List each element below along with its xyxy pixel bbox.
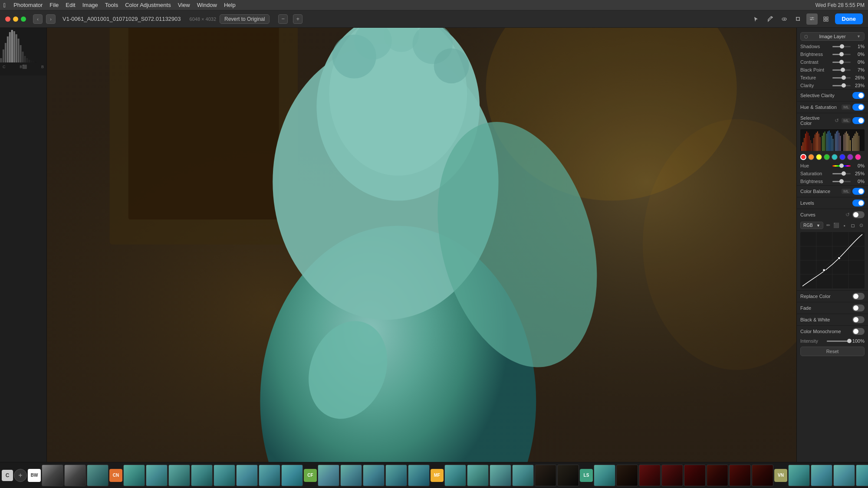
curves-eyedropper-black[interactable]: ⬛ — [833, 222, 840, 229]
image-area[interactable] — [47, 28, 796, 462]
curves-area[interactable] — [800, 232, 865, 288]
filmstrip-thumb-32[interactable] — [811, 465, 832, 486]
filmstrip-add-button[interactable]: + — [14, 469, 27, 482]
filmstrip-thumb-21[interactable] — [535, 465, 556, 486]
menu-help[interactable]: Help — [221, 2, 238, 8]
hue-saturation-toggle[interactable] — [852, 104, 865, 111]
filmstrip-mf-item[interactable]: MF — [431, 469, 444, 482]
color-monochrome-toggle[interactable] — [852, 328, 865, 335]
color-dot-cyan[interactable] — [832, 154, 838, 160]
fade-toggle[interactable] — [852, 305, 865, 311]
filmstrip-thumb-23[interactable] — [594, 465, 615, 486]
filmstrip-thumb-34[interactable] — [856, 465, 868, 486]
filmstrip-thumb-7[interactable] — [191, 465, 213, 486]
color-balance-toggle[interactable] — [852, 188, 865, 195]
menu-image[interactable]: Image — [80, 2, 101, 8]
filmstrip-ls-item[interactable]: LS — [580, 469, 593, 482]
menu-photomator[interactable]: Photomator — [11, 2, 45, 8]
filmstrip-thumb-29[interactable] — [729, 465, 751, 486]
color-dot-red[interactable] — [800, 154, 806, 160]
menu-edit[interactable]: Edit — [63, 2, 78, 8]
filmstrip-c-item[interactable]: C — [2, 470, 13, 481]
filmstrip-thumb-12[interactable] — [318, 465, 339, 486]
filmstrip-thumb-3[interactable] — [87, 465, 108, 486]
filmstrip-thumb-16[interactable] — [408, 465, 430, 486]
tool-pen[interactable] — [765, 13, 776, 25]
close-button[interactable] — [5, 16, 10, 22]
filmstrip-thumb-24[interactable] — [616, 465, 638, 486]
filmstrip-thumb-27[interactable] — [684, 465, 706, 486]
curves-eyedropper-white[interactable]: □ — [849, 222, 856, 229]
intensity-slider[interactable] — [827, 341, 851, 342]
filmstrip-thumb-4[interactable] — [123, 465, 145, 486]
selective-color-toggle[interactable] — [852, 117, 865, 124]
zoom-in-button[interactable]: + — [293, 14, 302, 24]
selcolor-brightness-track[interactable] — [832, 181, 851, 182]
filmstrip-thumb-10[interactable] — [259, 465, 280, 486]
filmstrip-cn-item[interactable]: CN — [109, 469, 122, 482]
reset-button[interactable]: Reset — [800, 347, 865, 356]
curves-reset-icon[interactable]: ↺ — [845, 212, 851, 218]
color-dot-magenta[interactable] — [855, 154, 861, 160]
curves-eyedropper-gray[interactable]: ▪ — [841, 222, 848, 229]
filmstrip-thumb-22[interactable] — [557, 465, 579, 486]
tool-eye[interactable] — [779, 13, 790, 25]
revert-button[interactable]: Revert to Original — [220, 14, 270, 24]
contrast-track[interactable] — [832, 62, 851, 63]
black-white-toggle[interactable] — [852, 316, 865, 323]
filmstrip-thumb-18[interactable] — [467, 465, 489, 486]
filmstrip-thumb-9[interactable] — [236, 465, 258, 486]
nav-forward-button[interactable]: › — [46, 14, 56, 24]
curves-channel-selector[interactable]: RGB ▼ — [800, 222, 823, 229]
zoom-out-button[interactable]: − — [278, 14, 288, 24]
menu-file[interactable]: File — [47, 2, 61, 8]
filmstrip-thumb-19[interactable] — [490, 465, 511, 486]
selective-clarity-toggle[interactable] — [852, 92, 865, 99]
selective-color-reset-icon[interactable]: ↺ — [834, 118, 840, 124]
filmstrip-thumb-33[interactable] — [833, 465, 855, 486]
color-dot-green[interactable] — [824, 154, 830, 160]
hue-track[interactable] — [832, 165, 851, 167]
tool-grid[interactable] — [820, 13, 832, 25]
color-dot-yellow[interactable] — [816, 154, 822, 160]
curves-toggle[interactable] — [852, 211, 865, 218]
menu-window[interactable]: Window — [194, 2, 220, 8]
filmstrip-thumb-2[interactable] — [64, 465, 86, 486]
filmstrip-thumb-13[interactable] — [340, 465, 362, 486]
filmstrip-thumb-8[interactable] — [214, 465, 235, 486]
minimize-button[interactable] — [13, 16, 18, 22]
menu-tools[interactable]: Tools — [102, 2, 121, 8]
replace-color-toggle[interactable] — [852, 293, 865, 300]
nav-back-button[interactable]: ‹ — [33, 14, 43, 24]
saturation-track[interactable] — [832, 173, 851, 174]
filmstrip-thumb-6[interactable] — [168, 465, 190, 486]
filmstrip-bw-item[interactable]: BW — [28, 469, 41, 482]
filmstrip-thumb-20[interactable] — [512, 465, 534, 486]
tool-cursor[interactable] — [751, 13, 762, 25]
tool-crop[interactable] — [792, 13, 804, 25]
filmstrip-thumb-17[interactable] — [444, 465, 466, 486]
filmstrip-thumb-31[interactable] — [788, 465, 810, 486]
brightness-track[interactable] — [832, 54, 851, 55]
menu-color-adjustments[interactable]: Color Adjustments — [122, 2, 174, 8]
filmstrip-thumb-5[interactable] — [146, 465, 168, 486]
filmstrip-thumb-14[interactable] — [363, 465, 385, 486]
curves-options-icon[interactable]: ⊙ — [858, 222, 865, 229]
filmstrip-thumb-28[interactable] — [707, 465, 728, 486]
done-button[interactable]: Done — [835, 13, 863, 24]
color-dot-blue[interactable] — [839, 154, 845, 160]
tool-adjustments[interactable] — [806, 13, 818, 25]
color-dot-violet[interactable] — [847, 154, 853, 160]
filmstrip-vn-item[interactable]: VN — [774, 469, 787, 482]
apple-menu[interactable]:  — [3, 2, 6, 9]
color-dot-orange[interactable] — [808, 154, 814, 160]
menu-view[interactable]: View — [175, 2, 193, 8]
filmstrip-thumb-11[interactable] — [281, 465, 303, 486]
blackpoint-track[interactable] — [832, 69, 851, 71]
filmstrip-thumb-1[interactable] — [42, 465, 63, 486]
filmstrip-thumb-25[interactable] — [639, 465, 661, 486]
maximize-button[interactable] — [21, 16, 26, 22]
levels-toggle[interactable] — [852, 200, 865, 206]
layer-selector[interactable]: ⬡ Image Layer ▼ — [800, 32, 865, 41]
filmstrip-thumb-30[interactable] — [752, 465, 773, 486]
